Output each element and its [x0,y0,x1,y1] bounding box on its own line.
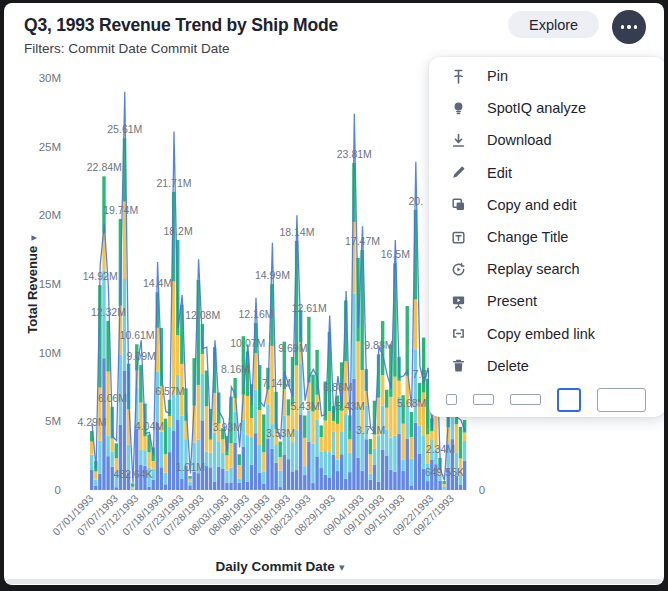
bar-segment[interactable] [209,440,212,453]
bar-segment[interactable] [422,338,425,393]
bar-segment[interactable] [352,294,355,379]
menu-item-download[interactable]: Download [429,124,664,156]
bar-segment[interactable] [205,466,208,490]
bar-segment[interactable] [369,439,372,454]
bar-segment[interactable] [270,449,273,490]
bar-segment[interactable] [401,460,404,471]
bar-segment[interactable] [287,436,290,460]
bar-segment[interactable] [328,477,331,490]
x-axis-title[interactable]: Daily Commit Date▾ [90,559,470,574]
bar-segment[interactable] [238,483,241,490]
bar-segment[interactable] [311,412,314,444]
bar-segment[interactable] [332,421,335,431]
bar-segment[interactable] [250,418,253,437]
bar-segment[interactable] [139,450,142,465]
bar-segment[interactable] [188,485,191,490]
bar-segment[interactable] [303,415,306,437]
bar-segment[interactable] [356,341,359,406]
bar-segment[interactable] [176,335,179,375]
bar-segment[interactable] [246,396,249,435]
bar-segment[interactable] [303,438,306,466]
bar-segment[interactable] [217,467,220,490]
bar-segment[interactable] [344,479,347,490]
bar-segment[interactable] [442,486,445,489]
bar-segment[interactable] [258,410,261,445]
bar-segment[interactable] [324,451,327,475]
bar-segment[interactable] [348,453,351,472]
bar-segment[interactable] [164,473,167,484]
bar-segment[interactable] [311,483,314,490]
bar-segment[interactable] [164,419,167,455]
bar-segment[interactable] [410,459,413,486]
bar-segment[interactable] [344,414,347,478]
bar-segment[interactable] [94,480,97,486]
bar-segment[interactable] [373,435,376,449]
menu-item-delete[interactable]: Delete [429,350,664,382]
size-option-x-small-square[interactable] [446,394,457,405]
bar-segment[interactable] [340,411,343,431]
bar-segment[interactable] [406,306,409,376]
bar-segment[interactable] [225,455,228,470]
bar-segment[interactable] [463,441,466,461]
bar-segment[interactable] [324,475,327,490]
bar-segment[interactable] [324,421,327,451]
bar-segment[interactable] [172,395,175,431]
bar-segment[interactable] [279,442,282,458]
bar-segment[interactable] [418,454,421,490]
bar-segment[interactable] [348,472,351,490]
bar-segment[interactable] [147,452,150,468]
bar-segment[interactable] [422,435,425,469]
bar-segment[interactable] [283,454,286,490]
bar-segment[interactable] [328,452,331,477]
bar-segment[interactable] [385,408,388,430]
bar-segment[interactable] [258,473,261,491]
bar-segment[interactable] [356,458,359,490]
bar-segment[interactable] [168,452,171,490]
bar-segment[interactable] [90,470,93,490]
bar-segment[interactable] [401,471,404,490]
bar-segment[interactable] [336,424,339,460]
bar-segment[interactable] [315,456,318,490]
bar-segment[interactable] [98,474,101,490]
bar-segment[interactable] [418,426,421,454]
bar-segment[interactable] [360,471,363,490]
bar-segment[interactable] [197,473,200,490]
bar-segment[interactable] [258,445,261,472]
bar-segment[interactable] [311,444,314,483]
bar-segment[interactable] [274,445,277,463]
bar-segment[interactable] [426,481,429,490]
bar-segment[interactable] [442,489,445,490]
bar-segment[interactable] [377,436,380,482]
bar-segment[interactable] [106,436,109,456]
bar-segment[interactable] [385,390,388,408]
bar-segment[interactable] [213,481,216,490]
menu-item-copy-and-edit[interactable]: Copy and edit [429,189,664,221]
bar-segment[interactable] [414,350,417,423]
bar-segment[interactable] [332,455,335,490]
bar-segment[interactable] [94,472,97,480]
bar-segment[interactable] [160,467,163,490]
bar-segment[interactable] [406,438,409,490]
bar-segment[interactable] [98,441,101,474]
bar-segment[interactable] [221,439,224,453]
bar-segment[interactable] [209,467,212,490]
bar-segment[interactable] [221,453,224,469]
bar-segment[interactable] [287,459,290,490]
bar-segment[interactable] [250,465,253,490]
bar-segment[interactable] [274,463,277,490]
bar-segment[interactable] [254,390,257,433]
bar-segment[interactable] [106,456,109,490]
bar-segment[interactable] [238,479,241,483]
bar-segment[interactable] [143,450,146,466]
bar-segment[interactable] [307,442,310,490]
bar-segment[interactable] [201,374,204,420]
menu-item-change-title[interactable]: Change Title [429,221,664,253]
bar-segment[interactable] [254,353,257,390]
bar-segment[interactable] [143,436,146,450]
bar-segment[interactable] [389,470,392,490]
bar-segment[interactable] [115,443,118,458]
bar-segment[interactable] [164,484,167,490]
bar-segment[interactable] [295,430,298,470]
bar-segment[interactable] [385,456,388,490]
bar-segment[interactable] [172,281,175,394]
